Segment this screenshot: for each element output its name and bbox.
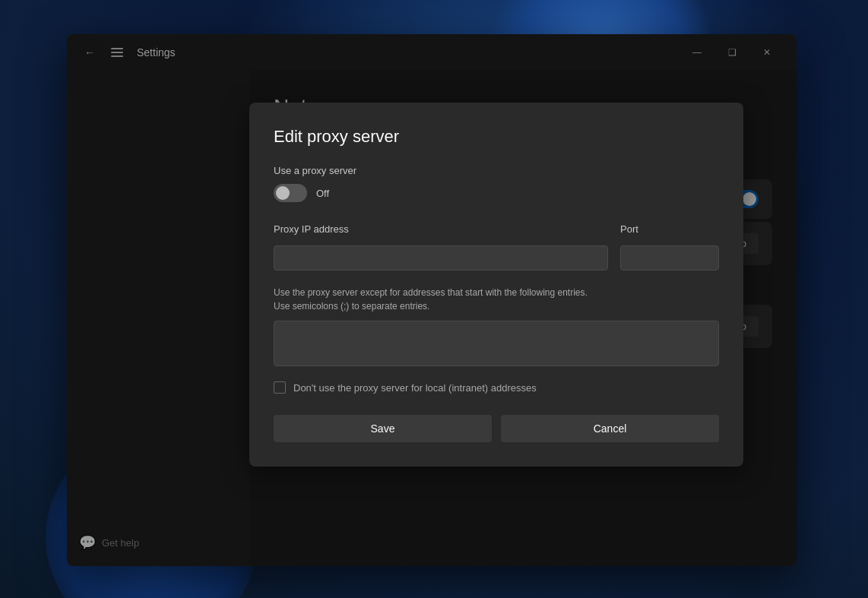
settings-window: ← Settings — ❑ ✕ Networ Use a proxy ser … (67, 34, 797, 566)
cancel-button[interactable]: Cancel (501, 415, 719, 442)
proxy-ip-input[interactable] (274, 245, 608, 271)
local-address-checkbox[interactable] (274, 381, 286, 394)
proxy-toggle-state: Off (316, 188, 329, 199)
exception-textarea[interactable] (274, 321, 719, 366)
use-proxy-server-label: Use a proxy server (274, 165, 719, 176)
proxy-ip-field: Proxy IP address (274, 223, 608, 271)
proxy-toggle[interactable] (274, 184, 307, 202)
proxy-toggle-row: Off (274, 184, 719, 202)
dialog-footer: Save Cancel (274, 415, 719, 442)
proxy-ip-label: Proxy IP address (274, 223, 608, 235)
port-field: Port (620, 223, 719, 271)
checkbox-label: Don't use the proxy server for local (in… (293, 382, 537, 394)
edit-proxy-dialog: Edit proxy server Use a proxy server Off… (249, 103, 743, 467)
checkbox-row: Don't use the proxy server for local (in… (274, 381, 719, 394)
save-button[interactable]: Save (274, 415, 492, 442)
exception-note: Use the proxy server except for addresse… (274, 286, 719, 313)
port-input[interactable] (620, 245, 719, 271)
dialog-title: Edit proxy server (274, 127, 719, 147)
port-label: Port (620, 223, 719, 235)
ip-port-row: Proxy IP address Port (274, 223, 719, 271)
